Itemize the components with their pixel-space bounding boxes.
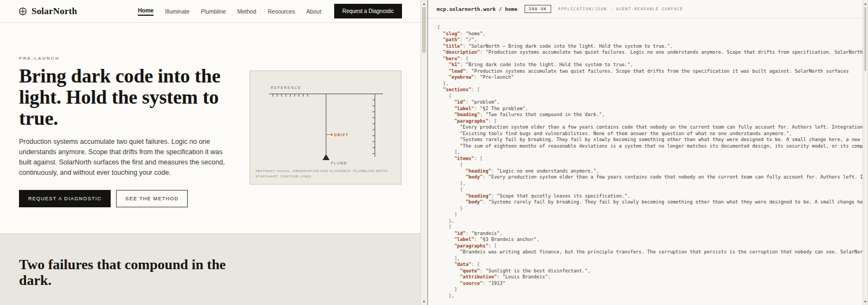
scroll-down-icon[interactable]: ▼ xyxy=(421,298,427,305)
json-pane: mcp.solarnorth.work / home 200 OK APPLIC… xyxy=(427,0,863,305)
code-line: "label": "§3 Brandeis anchor", xyxy=(437,237,863,243)
main-nav: Home Illuminate Plumbline Method Resourc… xyxy=(138,7,321,16)
code-line: "paragraphs": [ xyxy=(437,243,863,250)
hero-section: PRE-LAUNCH Bring dark code into the ligh… xyxy=(0,23,420,233)
code-line: { xyxy=(437,24,863,31)
plumb-label: PLUMB xyxy=(331,161,347,165)
code-line: "heading": "Scope that quietly leaves it… xyxy=(437,193,863,200)
code-line: }, xyxy=(437,218,863,225)
figure-caption-line2: STARCHART, CONTOUR LINES. xyxy=(256,174,388,179)
site-header: SolarNorth Home Illuminate Plumbline Met… xyxy=(0,0,420,23)
plumbline-figure: REFERENCE PLUMB xyxy=(250,71,401,185)
plumb-bob-icon xyxy=(323,154,330,160)
scroll-up-icon[interactable]: ▲ xyxy=(863,0,867,7)
code-line: "path": "/", xyxy=(437,37,863,43)
code-line: }, xyxy=(437,181,863,187)
code-line: "quote": "Sunlight is the best disinfect… xyxy=(437,268,863,275)
code-line: "Every production system older than a fe… xyxy=(437,124,863,131)
drift-marker-dot xyxy=(331,134,333,135)
code-line: ], xyxy=(437,256,863,262)
scroll-down-icon[interactable]: ▼ xyxy=(863,298,867,305)
figure-caption-line1: ABSTRACT VISUAL: OBSERVATION AND ALIGNME… xyxy=(256,169,388,174)
code-line: ] xyxy=(437,212,863,218)
code-line: "sections": [ xyxy=(437,87,863,93)
code-line: "lead": "Production systems accumulate t… xyxy=(437,68,863,75)
hero-cta-row: REQUEST A DIAGNOSTIC SEE THE METHOD xyxy=(19,190,420,207)
code-line: { xyxy=(437,93,863,100)
code-line: "Existing tools find bugs and vulnerabil… xyxy=(437,131,863,137)
code-line: "hero": { xyxy=(437,56,863,62)
reference-label: REFERENCE xyxy=(271,86,301,90)
nav-item-illuminate[interactable]: Illuminate xyxy=(165,8,189,15)
code-line: }, xyxy=(437,293,863,300)
code-line: "attribution": "Louis Brandeis", xyxy=(437,274,863,281)
code-line: "description": "Production systems accum… xyxy=(437,49,863,56)
code-line: "label": "§2 The problem", xyxy=(437,106,863,112)
status-badge: 200 OK xyxy=(525,5,551,13)
problem-section: Two failures that compound in the dark. xyxy=(0,233,420,305)
code-line: { xyxy=(437,224,863,231)
left-scrollbar[interactable]: ▲ ▼ xyxy=(420,0,427,305)
nav-item-plumbline[interactable]: Plumbline xyxy=(201,8,226,15)
code-line: "h1": "Bring dark code into the light. H… xyxy=(437,62,863,68)
hero-eyebrow: PRE-LAUNCH xyxy=(19,56,420,61)
code-line: "body": "Every production system older t… xyxy=(437,174,863,181)
request-diagnostic-header-button[interactable]: Request a Diagnostic xyxy=(334,4,402,18)
code-line: "paragraphs": [ xyxy=(437,118,863,125)
code-line: "data": { xyxy=(437,262,863,268)
problem-heading: Two failures that compound in the dark. xyxy=(19,257,236,288)
code-line: "heading": "Logic no one understands any… xyxy=(437,168,863,175)
code-line: "body": "Systems rarely fail by breaking… xyxy=(437,199,863,206)
website-pane: SolarNorth Home Illuminate Plumbline Met… xyxy=(0,0,420,305)
hero-lead: Production systems accumulate two quiet … xyxy=(19,137,235,179)
code-line: "Brandeis was writing about finance, but… xyxy=(437,249,863,256)
code-line: "heading": "Two failures that compound i… xyxy=(437,112,863,118)
scroll-up-icon[interactable]: ▲ xyxy=(421,0,427,7)
code-line: "slug": "home", xyxy=(437,31,863,37)
split-view: SolarNorth Home Illuminate Plumbline Met… xyxy=(0,0,868,305)
hero-heading: Bring dark code into the light. Hold the… xyxy=(19,66,224,129)
brand-name: SolarNorth xyxy=(31,6,77,17)
compass-logo-icon xyxy=(18,7,27,16)
nav-item-method[interactable]: Method xyxy=(237,8,256,15)
code-line: }, xyxy=(437,81,863,87)
json-code: { "slug": "home", "path": "/", "title": … xyxy=(428,18,863,305)
brand[interactable]: SolarNorth xyxy=(18,6,77,17)
code-line: "id": "problem", xyxy=(437,99,863,106)
see-method-button[interactable]: SEE THE METHOD xyxy=(116,190,188,207)
plumbline-diagram: REFERENCE PLUMB xyxy=(250,71,402,185)
code-line: "title": "SolarNorth — Bring dark code i… xyxy=(437,43,863,50)
nav-item-about[interactable]: About xyxy=(307,8,321,15)
code-line: "items": [ xyxy=(437,156,863,162)
json-pane-topbar: mcp.solarnorth.work / home 200 OK APPLIC… xyxy=(428,0,863,18)
axis-ticks xyxy=(273,94,308,97)
figure-caption: ABSTRACT VISUAL: OBSERVATION AND ALIGNME… xyxy=(256,169,388,179)
right-scrollbar-thumb[interactable] xyxy=(864,7,866,71)
request-diagnostic-button[interactable]: REQUEST A DIAGNOSTIC xyxy=(19,190,111,207)
nav-item-resources[interactable]: Resources xyxy=(267,8,295,15)
left-scrollbar-thumb[interactable] xyxy=(422,7,426,53)
code-line: "source": "1913" xyxy=(437,281,863,287)
right-scrollbar[interactable]: ▲ ▼ xyxy=(863,0,868,305)
code-line: } xyxy=(437,287,863,293)
ruler-ticks xyxy=(373,100,375,154)
code-line: { xyxy=(437,187,863,193)
nav-item-home[interactable]: Home xyxy=(138,7,154,16)
code-line: "The sum of eighteen months of reasonabl… xyxy=(437,143,863,150)
code-line: { xyxy=(437,162,863,168)
code-line: "Systems rarely fail by breaking. They f… xyxy=(437,137,863,143)
drift-label: DRIFT xyxy=(334,133,349,137)
code-line: "eyebrow": "Pre-launch" xyxy=(437,74,863,81)
code-line: ], xyxy=(437,149,863,156)
code-line: "id": "brandeis", xyxy=(437,231,863,237)
address-url[interactable]: mcp.solarnorth.work / home xyxy=(437,6,518,12)
code-line: } xyxy=(437,206,863,212)
content-type-label: APPLICATION/JSON · AGENT-READABLE SURFAC… xyxy=(558,7,683,11)
